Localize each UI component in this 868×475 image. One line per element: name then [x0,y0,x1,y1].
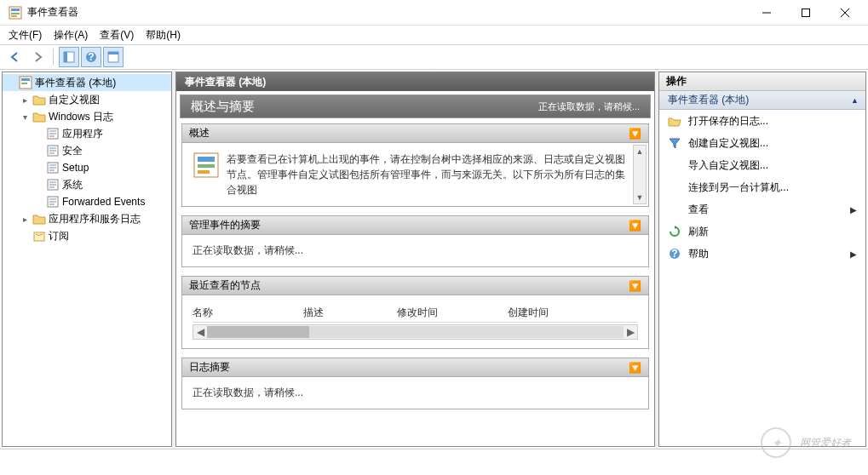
action-help[interactable]: ? 帮助 ▶ [659,243,865,265]
help-button[interactable]: ? [81,47,101,67]
action-connect-other-label: 连接到另一台计算机... [688,180,789,195]
action-open-saved[interactable]: 打开保存的日志... [659,110,865,132]
show-tree-button[interactable] [59,47,79,67]
svg-rect-9 [64,52,67,62]
center-sub-title: 概述与摘要 [191,99,538,115]
col-created[interactable]: 创建时间 [508,306,601,320]
log-summary-title: 日志摘要 [189,360,230,375]
expand-icon[interactable]: ▸ [20,215,30,224]
back-button[interactable] [5,47,26,67]
col-modified[interactable]: 修改时间 [397,306,508,320]
tree-subscriptions-label: 订阅 [49,229,69,243]
log-icon [46,178,60,192]
center-header-label: 事件查看器 (本地) [185,75,266,89]
expand-icon[interactable]: ▸ [20,95,30,105]
nodes-hscrollbar[interactable]: ◀ ▶ [193,324,638,340]
log-icon [46,127,60,140]
tree-security[interactable]: 安全 [3,142,171,159]
tree-root-label: 事件查看器 (本地) [35,76,116,90]
subscription-icon [32,229,46,243]
tree-app-service-logs[interactable]: ▸ 应用程序和服务日志 [3,210,171,227]
tree-app-service-label: 应用程序和服务日志 [49,212,141,226]
center-panel: 事件查看器 (本地) 概述与摘要 正在读取数据，请稍候... 概述 🔽 若要查看… [175,72,655,447]
refresh-icon [668,225,681,238]
nodes-title-bar[interactable]: 最近查看的节点 🔽 [182,277,648,295]
overview-scrollbar[interactable]: ▲ ▼ [633,145,647,204]
log-icon [46,144,60,157]
eventviewer-icon [19,76,32,89]
scroll-right-icon[interactable]: ▶ [624,326,637,338]
tree-custom-views-label: 自定义视图 [49,93,100,107]
main-area: 事件查看器 (本地) ▸ 自定义视图 ▾ Windows 日志 应用程序 安全 [0,70,868,449]
chevron-down-icon: 🔽 [629,128,641,140]
action-create-custom-label: 创建自定义视图... [688,136,768,151]
status-bar [0,449,868,473]
title-bar: 事件查看器 [0,0,868,26]
arrow-right-icon: ▶ [850,205,857,215]
scrollbar-thumb[interactable] [207,326,309,338]
chevron-down-icon: 🔽 [629,280,641,292]
maximize-button[interactable] [786,0,825,26]
log-icon [46,161,60,175]
overview-text: 若要查看已在计算机上出现的事件，请在控制台树中选择相应的来源、日志或自定义视图节… [227,152,628,197]
menu-help[interactable]: 帮助(H) [146,28,181,43]
scroll-up-icon[interactable]: ▲ [634,146,646,157]
svg-rect-16 [21,83,27,84]
action-view[interactable]: 查看 ▶ [659,198,865,220]
action-view-label: 查看 [688,203,709,217]
properties-button[interactable] [103,47,124,67]
action-refresh-label: 刷新 [688,225,709,239]
log-icon [46,195,60,209]
window-title: 事件查看器 [27,5,747,20]
tree-forwarded-label: Forwarded Events [62,196,145,208]
filter-icon [668,136,681,150]
tree-setup[interactable]: Setup [3,159,171,176]
action-create-custom[interactable]: 创建自定义视图... [659,132,865,154]
action-connect-other[interactable]: 连接到另一台计算机... [659,176,865,198]
tree-system[interactable]: 系统 [3,176,171,193]
scroll-down-icon[interactable]: ▼ [634,192,646,203]
chevron-down-icon: 🔽 [629,362,641,374]
actions-panel: 操作 事件查看器 (本地) ▲ 打开保存的日志... 创建自定义视图... 导入… [658,72,866,447]
overview-title-bar[interactable]: 概述 🔽 [182,124,648,143]
action-import-custom[interactable]: 导入自定义视图... [659,154,865,176]
tree-system-label: 系统 [62,178,83,192]
action-import-custom-label: 导入自定义视图... [688,158,768,173]
menu-action[interactable]: 操作(A) [54,28,88,43]
actions-group-title[interactable]: 事件查看器 (本地) ▲ [659,91,865,110]
app-icon [9,6,22,20]
action-refresh[interactable]: 刷新 [659,220,865,243]
blank-icon [668,180,681,194]
tree-setup-label: Setup [62,162,89,174]
center-header: 事件查看器 (本地) [176,72,654,91]
scroll-left-icon[interactable]: ◀ [193,326,207,338]
menu-view[interactable]: 查看(V) [100,28,134,43]
arrow-right-icon: ▶ [850,249,857,259]
help-icon: ? [668,247,681,260]
menu-file[interactable]: 文件(F) [9,28,42,43]
col-desc[interactable]: 描述 [303,306,397,320]
overview-title: 概述 [189,126,210,140]
tree-windows-logs-label: Windows 日志 [49,110,113,124]
actions-group-label: 事件查看器 (本地) [668,93,749,107]
minimize-button[interactable] [747,0,786,26]
log-summary-title-bar[interactable]: 日志摘要 🔽 [182,358,648,377]
forward-button[interactable] [27,47,48,67]
tree-forwarded[interactable]: Forwarded Events [3,193,171,210]
folder-open-icon [32,110,46,123]
svg-text:?: ? [88,51,94,63]
tree-root[interactable]: 事件查看器 (本地) [3,74,171,91]
svg-rect-3 [11,15,17,17]
overview-icon [193,152,220,179]
svg-rect-37 [34,232,44,241]
tree-windows-logs[interactable]: ▾ Windows 日志 [3,108,171,125]
col-name[interactable]: 名称 [193,306,303,320]
tree-custom-views[interactable]: ▸ 自定义视图 [3,91,171,108]
tree-subscriptions[interactable]: 订阅 [3,227,171,244]
close-button[interactable] [825,0,865,26]
collapse-icon[interactable]: ▾ [20,112,30,122]
tree-application[interactable]: 应用程序 [3,125,171,142]
folder-open-icon [668,114,681,128]
recent-nodes-section: 最近查看的节点 🔽 名称 描述 修改时间 创建时间 ◀ ▶ [181,276,649,349]
admin-title-bar[interactable]: 管理事件的摘要 🔽 [182,216,648,235]
